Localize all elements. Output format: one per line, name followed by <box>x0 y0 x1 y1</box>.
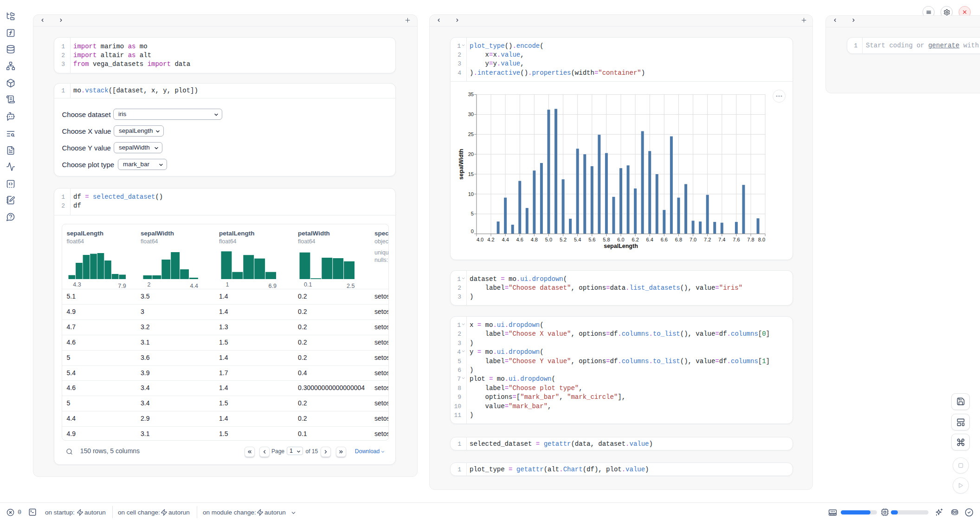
svg-text:7.2: 7.2 <box>704 237 711 242</box>
svg-text:35: 35 <box>468 91 474 97</box>
svg-text:5.4: 5.4 <box>574 237 581 242</box>
svg-text:4.0: 4.0 <box>477 237 484 242</box>
svg-text:6.8: 6.8 <box>675 237 682 242</box>
svg-text:8.0: 8.0 <box>758 237 765 242</box>
svg-text:sepalLength: sepalLength <box>604 243 638 249</box>
svg-text:7.4: 7.4 <box>718 237 725 242</box>
svg-text:15: 15 <box>468 171 474 177</box>
svg-text:5.0: 5.0 <box>545 237 552 242</box>
svg-text:5.6: 5.6 <box>588 237 595 242</box>
svg-text:4.2: 4.2 <box>487 237 494 242</box>
svg-text:sepalWidth: sepalWidth <box>458 149 464 180</box>
svg-text:25: 25 <box>468 131 474 137</box>
svg-text:4.8: 4.8 <box>531 237 538 242</box>
svg-text:4.4: 4.4 <box>502 237 509 242</box>
svg-text:7.0: 7.0 <box>690 237 696 242</box>
svg-text:5.8: 5.8 <box>603 237 610 242</box>
svg-text:10: 10 <box>468 191 474 197</box>
svg-text:6.0: 6.0 <box>617 237 624 242</box>
svg-text:0: 0 <box>471 228 474 234</box>
svg-text:6.6: 6.6 <box>661 237 668 242</box>
svg-text:6.4: 6.4 <box>646 237 653 242</box>
svg-text:20: 20 <box>468 151 474 157</box>
svg-text:5.2: 5.2 <box>560 237 567 242</box>
svg-text:6.2: 6.2 <box>632 237 638 242</box>
svg-text:7.8: 7.8 <box>747 237 754 242</box>
svg-text:30: 30 <box>468 111 474 117</box>
svg-text:4.6: 4.6 <box>516 237 523 242</box>
svg-text:5: 5 <box>471 211 474 216</box>
svg-text:7.6: 7.6 <box>733 237 740 242</box>
